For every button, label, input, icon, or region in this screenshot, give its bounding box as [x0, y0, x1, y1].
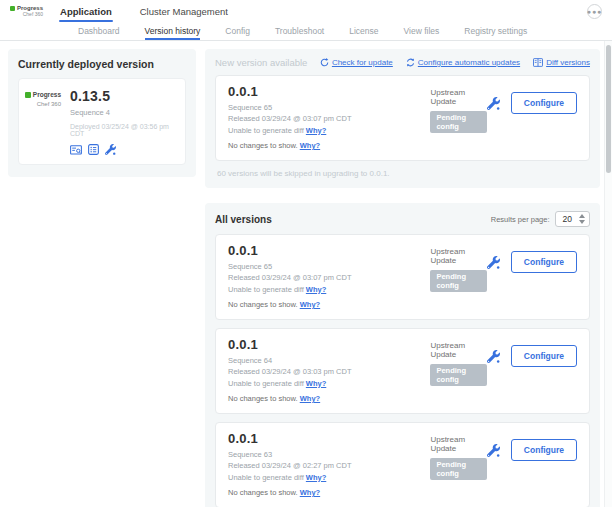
changes-why-link[interactable]: Why? — [300, 141, 320, 150]
more-options-icon[interactable]: ●●● — [587, 4, 602, 19]
diff-note: Unable to generate diff — [228, 126, 304, 135]
tab-view-files[interactable]: View files — [404, 22, 440, 40]
tab-dashboard[interactable]: Dashboard — [78, 22, 120, 40]
version-card: 0.0.1 Sequence 63 Released 03/29/24 @ 02… — [215, 422, 590, 507]
app-logo: Progress Chef 360 — [10, 5, 43, 22]
edit-config-wrench-icon[interactable] — [487, 256, 500, 269]
progress-logo-icon — [25, 92, 31, 98]
top-bar: Progress Chef 360 Application Cluster Ma… — [0, 0, 612, 22]
results-per-page-select[interactable]: 20 — [555, 211, 590, 227]
new-version-title: New version available — [215, 57, 307, 68]
tab-license[interactable]: License — [349, 22, 378, 40]
top-tab-application[interactable]: Application — [59, 0, 113, 22]
changes-why-link[interactable]: Why? — [300, 300, 320, 309]
status-badge: Pending config — [430, 458, 486, 480]
refresh-icon — [320, 58, 329, 67]
sidebar: Currently deployed version Progress Chef… — [8, 49, 196, 177]
changes-note: No changes to show. — [228, 394, 298, 403]
diff-note: Unable to generate diff — [228, 473, 304, 482]
page-content: Currently deployed version Progress Chef… — [0, 41, 612, 507]
diff-versions-link[interactable]: Diff versions — [533, 58, 590, 67]
new-version-card-slot: 0.0.1 Sequence 65 Released 03/29/24 @ 03… — [215, 75, 590, 161]
main-panel: New version available Check for update C… — [205, 49, 600, 507]
version-released: Released 03/29/24 @ 03:03 pm CDT — [228, 366, 430, 377]
version-released: Released 03/29/24 @ 02:27 pm CDT — [228, 460, 430, 471]
changes-why-link[interactable]: Why? — [300, 488, 320, 497]
currently-deployed-section: Currently deployed version Progress Chef… — [8, 49, 196, 177]
view-diff-icon[interactable] — [70, 145, 82, 155]
diff-columns-icon — [533, 58, 543, 67]
scrollbar-thumb[interactable] — [606, 45, 611, 173]
all-versions-section: All versions Results per page: 20 0.0.1 … — [205, 203, 600, 507]
all-versions-title: All versions — [215, 214, 272, 225]
scrollbar-track[interactable] — [604, 41, 612, 507]
version-source: Upstream Update — [430, 247, 486, 265]
progress-logo-icon — [10, 6, 15, 11]
top-nav: Application Cluster Management — [59, 0, 229, 22]
edit-config-wrench-icon[interactable] — [487, 444, 500, 457]
changes-note: No changes to show. — [228, 488, 298, 497]
new-version-section: New version available Check for update C… — [205, 49, 600, 188]
diff-why-link[interactable]: Why? — [306, 473, 326, 482]
version-details: 0.0.1 Sequence 63 Released 03/29/24 @ 02… — [228, 431, 430, 498]
deployed-version-number: 0.13.5 — [70, 88, 175, 104]
version-sequence: Sequence 63 — [228, 449, 430, 460]
version-released: Released 03/29/24 @ 03:07 pm CDT — [228, 113, 430, 124]
tab-version-history[interactable]: Version history — [145, 22, 201, 40]
version-number: 0.0.1 — [228, 84, 430, 99]
view-config-icon[interactable] — [88, 144, 99, 155]
configure-button[interactable]: Configure — [511, 439, 577, 461]
status-badge: Pending config — [430, 111, 486, 133]
diff-why-link[interactable]: Why? — [306, 126, 326, 135]
all-versions-list: 0.0.1 Sequence 65 Released 03/29/24 @ 03… — [215, 234, 590, 507]
version-number: 0.0.1 — [228, 431, 430, 446]
version-details: 0.0.1 Sequence 65 Released 03/29/24 @ 03… — [228, 84, 430, 151]
version-status: Upstream Update Pending config — [430, 337, 486, 386]
tab-troubleshoot[interactable]: Troubleshoot — [275, 22, 324, 40]
version-status: Upstream Update Pending config — [430, 84, 486, 133]
changes-why-link[interactable]: Why? — [300, 394, 320, 403]
diff-why-link[interactable]: Why? — [306, 379, 326, 388]
version-card: 0.0.1 Sequence 65 Released 03/29/24 @ 03… — [215, 75, 590, 161]
changes-note: No changes to show. — [228, 300, 298, 309]
tab-registry-settings[interactable]: Registry settings — [464, 22, 527, 40]
top-tab-cluster-management[interactable]: Cluster Management — [139, 0, 229, 22]
currently-deployed-title: Currently deployed version — [18, 58, 186, 70]
configure-button[interactable]: Configure — [511, 345, 577, 367]
deployed-date: Deployed 03/25/24 @ 03:56 pm CDT — [70, 123, 175, 137]
version-source: Upstream Update — [430, 435, 486, 453]
version-sequence: Sequence 65 — [228, 102, 430, 113]
version-source: Upstream Update — [430, 88, 486, 106]
status-badge: Pending config — [430, 364, 486, 386]
skip-note: 60 versions will be skipped in upgrading… — [215, 169, 590, 178]
version-released: Released 03/29/24 @ 03:07 pm CDT — [228, 272, 430, 283]
edit-config-wrench-icon[interactable] — [487, 97, 500, 110]
sub-nav: Dashboard Version history Config Trouble… — [0, 22, 612, 41]
check-for-update-link[interactable]: Check for update — [320, 58, 393, 67]
version-sequence: Sequence 64 — [228, 355, 430, 366]
version-number: 0.0.1 — [228, 243, 430, 258]
diff-why-link[interactable]: Why? — [306, 285, 326, 294]
configure-automatic-updates-link[interactable]: Configure automatic updates — [406, 58, 520, 67]
version-number: 0.0.1 — [228, 337, 430, 352]
version-details: 0.0.1 Sequence 65 Released 03/29/24 @ 03… — [228, 243, 430, 310]
edit-config-wrench-icon[interactable] — [487, 350, 500, 363]
deployed-version-card: Progress Chef 360 0.13.5 Sequence 4 Depl… — [18, 78, 186, 165]
logo-product-text: Chef 360 — [23, 12, 43, 17]
edit-config-wrench-icon[interactable] — [105, 144, 116, 155]
version-status: Upstream Update Pending config — [430, 431, 486, 480]
stepper-arrows-icon — [579, 214, 585, 224]
app-icon-logo: Progress Chef 360 — [29, 88, 61, 155]
version-sequence: Sequence 65 — [228, 261, 430, 272]
changes-note: No changes to show. — [228, 141, 298, 150]
tab-config[interactable]: Config — [225, 22, 250, 40]
deployed-sequence: Sequence 4 — [70, 108, 175, 117]
results-per-page-label: Results per page: — [491, 215, 550, 224]
version-details: 0.0.1 Sequence 64 Released 03/29/24 @ 03… — [228, 337, 430, 404]
configure-button[interactable]: Configure — [511, 92, 577, 114]
version-card: 0.0.1 Sequence 64 Released 03/29/24 @ 03… — [215, 328, 590, 414]
configure-button[interactable]: Configure — [511, 251, 577, 273]
version-card: 0.0.1 Sequence 65 Released 03/29/24 @ 03… — [215, 234, 590, 320]
diff-note: Unable to generate diff — [228, 285, 304, 294]
diff-note: Unable to generate diff — [228, 379, 304, 388]
